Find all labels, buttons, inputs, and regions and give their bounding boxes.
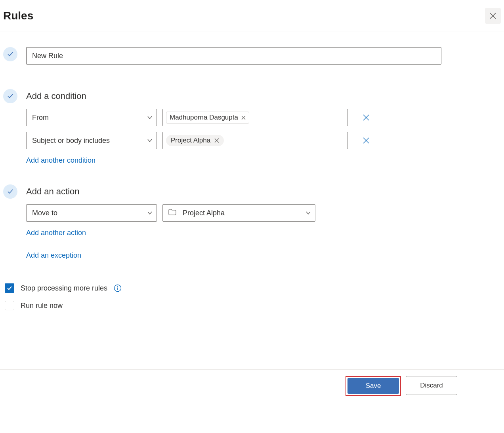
action-row: Move to Project Alpha bbox=[26, 204, 472, 222]
chevron-down-icon bbox=[147, 210, 153, 216]
run-rule-now-label: Run rule now bbox=[21, 302, 63, 310]
chevron-down-icon bbox=[147, 138, 153, 143]
svg-point-1 bbox=[117, 286, 118, 287]
text-chip[interactable]: Project Alpha bbox=[166, 135, 224, 146]
save-button[interactable]: Save bbox=[347, 378, 399, 394]
stop-processing-checkbox[interactable] bbox=[5, 283, 14, 293]
close-icon bbox=[214, 138, 219, 143]
step-complete-icon bbox=[3, 89, 17, 103]
folder-icon bbox=[168, 209, 176, 217]
chip-remove-button[interactable] bbox=[241, 116, 246, 120]
check-icon bbox=[6, 285, 13, 291]
person-chip[interactable]: Madhuporna Dasgupta bbox=[166, 112, 249, 123]
add-action-link[interactable]: Add another action bbox=[26, 229, 86, 237]
action-type-label: Move to bbox=[32, 209, 57, 217]
step-complete-icon bbox=[3, 184, 17, 199]
chip-remove-button[interactable] bbox=[214, 138, 219, 143]
close-icon bbox=[489, 12, 497, 20]
conditions-section-title: Add a condition bbox=[26, 89, 86, 103]
run-rule-now-row: Run rule now bbox=[5, 301, 472, 310]
close-icon bbox=[241, 116, 246, 120]
folder-select[interactable]: Project Alpha bbox=[162, 204, 315, 222]
page-title: Rules bbox=[3, 9, 33, 22]
add-condition-link[interactable]: Add another condition bbox=[26, 156, 95, 165]
rule-name-row bbox=[3, 47, 472, 65]
rule-name-input[interactable] bbox=[26, 47, 441, 65]
condition-field-label: Subject or body includes bbox=[32, 137, 110, 145]
check-icon bbox=[7, 93, 14, 100]
run-rule-now-checkbox[interactable] bbox=[5, 301, 14, 310]
person-chip-label: Madhuporna Dasgupta bbox=[170, 114, 238, 122]
add-exception-link[interactable]: Add an exception bbox=[26, 251, 81, 260]
actions-section-title: Add an action bbox=[26, 184, 80, 199]
chevron-down-icon bbox=[305, 210, 311, 216]
folder-label: Project Alpha bbox=[183, 209, 305, 217]
stop-processing-row: Stop processing more rules bbox=[5, 283, 472, 293]
discard-button[interactable]: Discard bbox=[406, 376, 457, 395]
condition-value-input[interactable]: Madhuporna Dasgupta bbox=[162, 109, 348, 126]
check-icon bbox=[7, 188, 14, 195]
actions-header-row: Add an action bbox=[3, 184, 472, 199]
condition-field-label: From bbox=[32, 114, 49, 122]
close-icon bbox=[362, 114, 370, 122]
condition-field-select[interactable]: From bbox=[26, 109, 157, 126]
condition-row: From Madhuporna Dasgupta bbox=[26, 109, 472, 126]
dialog-header: Rules bbox=[0, 0, 504, 32]
check-icon bbox=[7, 51, 14, 58]
conditions-header-row: Add a condition bbox=[3, 89, 472, 103]
step-complete-icon bbox=[3, 47, 17, 61]
condition-value-input[interactable]: Project Alpha bbox=[162, 132, 348, 149]
stop-processing-label: Stop processing more rules bbox=[21, 284, 107, 292]
svg-rect-2 bbox=[117, 288, 118, 290]
action-type-select[interactable]: Move to bbox=[26, 204, 157, 222]
condition-field-select[interactable]: Subject or body includes bbox=[26, 132, 157, 149]
close-button[interactable] bbox=[485, 8, 501, 24]
condition-row: Subject or body includes Project Alpha bbox=[26, 132, 472, 149]
remove-condition-button[interactable] bbox=[360, 134, 372, 147]
dialog-footer: Save Discard bbox=[0, 369, 504, 396]
info-icon[interactable] bbox=[114, 284, 122, 292]
chevron-down-icon bbox=[147, 115, 153, 120]
remove-condition-button[interactable] bbox=[360, 111, 372, 124]
save-highlight: Save bbox=[346, 376, 401, 396]
close-icon bbox=[362, 137, 370, 144]
text-chip-label: Project Alpha bbox=[171, 137, 210, 144]
